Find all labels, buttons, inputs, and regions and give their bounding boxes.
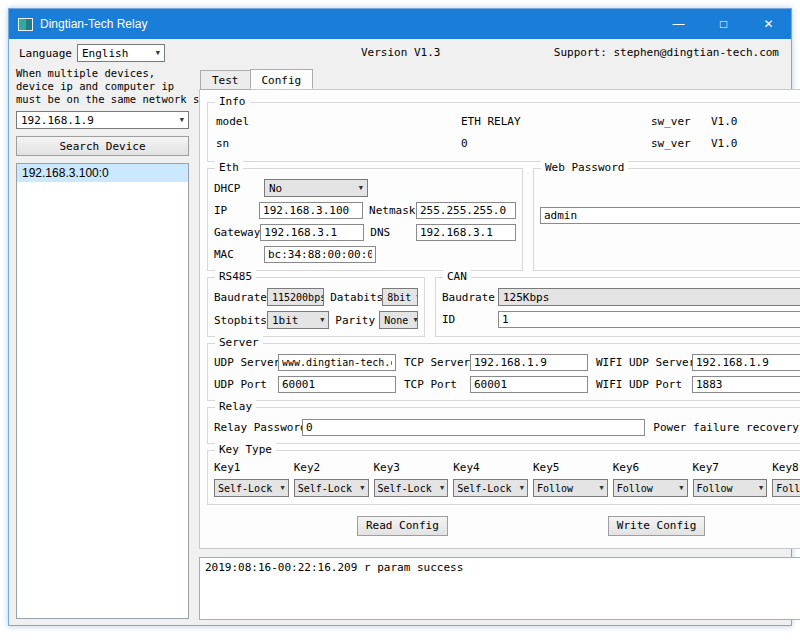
window-body: When multiple devices, device ip and com…	[9, 67, 791, 625]
chevron-down-icon: ▼	[435, 484, 444, 492]
local-ip-select[interactable]: 192.168.1.9 ▼	[16, 111, 189, 129]
search-device-button[interactable]: Search Device	[16, 136, 189, 156]
can-baudrate-select[interactable]: 125Kbps ▼	[498, 288, 800, 306]
databits-select[interactable]: 8bit ▼	[382, 288, 418, 306]
gateway-input[interactable]	[260, 224, 364, 241]
netmask-label: Netmask	[369, 204, 416, 217]
web-password-group-title: Web Password	[541, 161, 628, 174]
window-title: Dingtian-Tech Relay	[40, 17, 147, 31]
web-password-group: Web Password	[533, 168, 800, 271]
can-baudrate-label: Baudrate	[442, 291, 498, 304]
key3-select[interactable]: Self-Lock▼	[374, 479, 449, 497]
mac-input[interactable]	[264, 246, 376, 263]
wifi-udp-server-input[interactable]	[692, 354, 800, 371]
key5-label: Key5	[533, 461, 608, 474]
maximize-button[interactable]: □	[701, 9, 746, 39]
tab-test[interactable]: Test	[200, 70, 251, 90]
network-note-line-2: device ip and computer ip	[16, 80, 189, 93]
rs485-can-row: RS485 Baudrate 115200bps ▼ Databits 8bit…	[207, 271, 800, 337]
can-id-input[interactable]	[498, 311, 800, 328]
databits-value: 8bit	[387, 292, 411, 303]
key6-value: Follow	[617, 483, 653, 494]
sw-ver-label-1: sw_ver	[651, 115, 711, 128]
relay-password-input[interactable]	[302, 419, 645, 436]
chevron-down-icon: ▼	[515, 484, 524, 492]
key3-value: Self-Lock	[378, 483, 432, 494]
version-label: Version V1.3	[361, 46, 440, 59]
minimize-button[interactable]: —	[656, 9, 701, 39]
rs485-group: RS485 Baudrate 115200bps ▼ Databits 8bit…	[207, 277, 425, 337]
databits-label: Databits	[330, 291, 382, 304]
rs485-baudrate-label: Baudrate	[214, 291, 267, 304]
parity-label: Parity	[335, 314, 379, 327]
key6-select[interactable]: Follow▼	[613, 479, 688, 497]
key5-select[interactable]: Follow▼	[533, 479, 608, 497]
language-select[interactable]: English ▼	[77, 44, 165, 62]
tab-strip: Test Config	[199, 69, 800, 89]
relay-password-label: Relay Password	[214, 421, 302, 434]
wifi-udp-port-label: WIFI UDP Port	[596, 378, 692, 391]
sw-ver-value-2: V1.0	[711, 137, 800, 150]
main-panel: Test Config Info model ETH RELAY sw_ver …	[199, 67, 800, 625]
server-group-title: Server	[215, 336, 263, 349]
key8-select[interactable]: Follow▼	[772, 479, 800, 497]
ip-input[interactable]	[259, 202, 363, 219]
server-group: Server UDP Server TCP Server WIFI UDP Se…	[207, 343, 800, 401]
wifi-udp-port-input[interactable]	[692, 376, 800, 393]
write-config-button[interactable]: Write Config	[608, 516, 705, 536]
info-group: Info model ETH RELAY sw_ver V1.0 sn 0 sw…	[207, 102, 800, 162]
chevron-down-icon: ▼	[411, 293, 418, 301]
tab-config[interactable]: Config	[250, 69, 314, 89]
gateway-label: Gateway	[214, 226, 260, 239]
udp-port-input[interactable]	[278, 376, 396, 393]
key5-value: Follow	[537, 483, 573, 494]
key-label-row: Key1 Key2 Key3 Key4 Key5 Key6 Key7 Key8	[214, 461, 800, 479]
language-label: Language	[19, 47, 72, 60]
web-password-input[interactable]	[540, 207, 800, 224]
chevron-down-icon: ▼	[151, 49, 160, 57]
parity-select[interactable]: None ▼	[379, 311, 418, 329]
dns-input[interactable]	[416, 224, 516, 241]
close-button[interactable]: ✕	[746, 9, 791, 39]
chevron-down-icon: ▼	[595, 484, 604, 492]
eth-webpassword-row: Eth DHCP No ▼ IP Netmask	[207, 162, 800, 271]
chevron-down-icon: ▼	[355, 484, 364, 492]
can-id-label: ID	[442, 313, 498, 326]
key7-value: Follow	[697, 483, 733, 494]
rs485-baudrate-value: 115200bps	[272, 292, 324, 303]
wifi-udp-server-label: WIFI UDP Server	[596, 356, 692, 369]
dhcp-select[interactable]: No ▼	[264, 179, 368, 197]
relay-group: Relay Relay Password Power failure recov…	[207, 407, 800, 444]
key7-select[interactable]: Follow▼	[693, 479, 768, 497]
key2-select[interactable]: Self-Lock▼	[294, 479, 369, 497]
config-tab-page: Info model ETH RELAY sw_ver V1.0 sn 0 sw…	[199, 89, 800, 549]
read-config-button[interactable]: Read Config	[357, 516, 448, 536]
rs485-group-title: RS485	[215, 270, 256, 283]
app-window: Dingtian-Tech Relay — □ ✕ Language Engli…	[8, 8, 792, 626]
relay-group-title: Relay	[215, 400, 256, 413]
log-output[interactable]: 2019:08:16-00:22:16.209 r param success	[199, 557, 800, 620]
sn-value: 0	[461, 137, 651, 150]
eth-group-title: Eth	[215, 161, 243, 174]
title-bar: Dingtian-Tech Relay — □ ✕	[9, 9, 791, 39]
tcp-port-input[interactable]	[470, 376, 588, 393]
network-note-line-1: When multiple devices,	[16, 67, 189, 80]
key4-select[interactable]: Self-Lock▼	[453, 479, 528, 497]
dhcp-label: DHCP	[214, 182, 264, 195]
device-list[interactable]: 192.168.3.100:0	[16, 163, 189, 619]
device-list-item[interactable]: 192.168.3.100:0	[17, 164, 188, 182]
key1-select[interactable]: Self-Lock▼	[214, 479, 289, 497]
local-ip-value: 192.168.1.9	[21, 114, 94, 127]
key1-value: Self-Lock	[218, 483, 272, 494]
netmask-input[interactable]	[416, 202, 516, 219]
tcp-server-input[interactable]	[470, 354, 588, 371]
model-label: model	[216, 115, 461, 128]
udp-server-input[interactable]	[278, 354, 396, 371]
top-bar: Language English ▼ Version V1.3 Support:…	[9, 39, 791, 67]
support-label: Support: stephen@dingtian-tech.com	[554, 46, 779, 59]
rs485-baudrate-select[interactable]: 115200bps ▼	[267, 288, 324, 306]
can-group: CAN Baudrate 125Kbps ▼ ID	[435, 277, 800, 337]
chevron-down-icon: ▼	[354, 184, 363, 192]
stopbits-select[interactable]: 1bit ▼	[267, 311, 329, 329]
chevron-down-icon: ▼	[276, 484, 285, 492]
